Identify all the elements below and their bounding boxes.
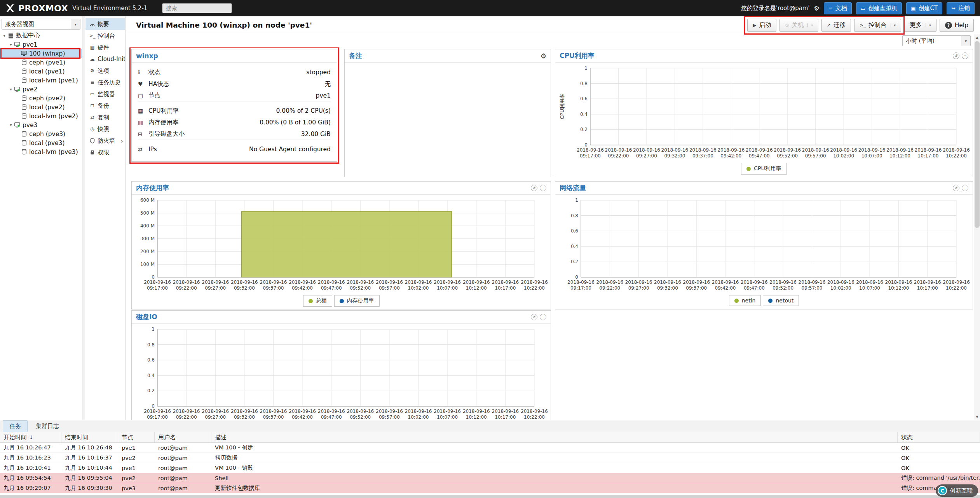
- task-row[interactable]: 九月 16 10:16:23九月 16 10:16:37pve2root@pam…: [0, 453, 980, 463]
- chart-refresh-icon[interactable]: ↺: [531, 314, 537, 320]
- tree-item-ceph-pve2[interactable]: ceph (pve2): [0, 94, 82, 103]
- svg-text:0.4: 0.4: [580, 112, 588, 117]
- svg-text:0.4: 0.4: [147, 373, 155, 378]
- cell-start-time: 九月 16 10:16:23: [0, 454, 61, 461]
- column-end-time[interactable]: 结束时间: [61, 432, 118, 442]
- tab-options[interactable]: ⚙选项: [85, 65, 125, 77]
- search-input[interactable]: [162, 3, 232, 13]
- tab-task-history[interactable]: ≡任务历史: [85, 77, 125, 88]
- create-ct-button[interactable]: ▣ 创建CT: [906, 2, 942, 14]
- tasks-table-body: 九月 16 10:26:47九月 16 10:26:48pve1root@pam…: [0, 443, 980, 493]
- scroll-up-icon[interactable]: ▲: [974, 34, 980, 40]
- notes-body[interactable]: [345, 63, 551, 177]
- sidebar-splitter[interactable]: [82, 16, 85, 420]
- chart-expand-icon[interactable]: +: [540, 314, 546, 320]
- tab-console[interactable]: >_控制台: [85, 30, 125, 42]
- tree-item-ceph-pve1[interactable]: ceph (pve1): [0, 58, 82, 67]
- view-selector[interactable]: 服务器视图 ▾: [2, 19, 80, 30]
- page-title: Virtual Machine 100 (winxp) on node 'pve…: [136, 21, 312, 29]
- column-username[interactable]: 用户名: [155, 432, 211, 442]
- task-row[interactable]: 九月 16 09:29:07九月 16 09:30:30pve3root@pam…: [0, 483, 980, 493]
- tree-item-pve1[interactable]: ▾pve1: [0, 40, 82, 49]
- caret-down-icon[interactable]: ▾: [71, 19, 80, 29]
- tree-item-pve2[interactable]: ▾pve2: [0, 85, 82, 94]
- time-range-selector[interactable]: 小时 (平均) ▾: [902, 35, 971, 46]
- legend-item[interactable]: 内存使用率: [334, 295, 380, 307]
- tab-cluster-log[interactable]: 集群日志: [29, 420, 66, 432]
- tab-monitor[interactable]: ▭监视器: [85, 88, 125, 100]
- tab-hardware[interactable]: ▦硬件: [85, 42, 125, 53]
- svg-text:10:02:00: 10:02:00: [830, 285, 851, 291]
- tab-permissions[interactable]: 权限: [85, 147, 125, 158]
- legend-item[interactable]: 总额: [303, 295, 332, 307]
- legend-item[interactable]: netout: [763, 295, 799, 306]
- menu-label: 选项: [98, 67, 109, 75]
- tab-backup[interactable]: ⊟备份: [85, 100, 125, 112]
- expand-caret-icon[interactable]: ▾: [8, 87, 14, 91]
- svg-text:09:57:00: 09:57:00: [805, 153, 826, 159]
- tab-cloud-init[interactable]: ☁Cloud-Init: [85, 53, 125, 65]
- shutdown-button[interactable]: ⊙关机▾: [779, 19, 818, 32]
- expand-caret-icon[interactable]: ▾: [8, 42, 14, 47]
- chart-expand-icon[interactable]: +: [540, 185, 546, 191]
- cell-description: Shell: [211, 475, 898, 481]
- svg-text:2018-09-16: 2018-09-16: [943, 147, 970, 153]
- tree-item-local-pve2[interactable]: local (pve2): [0, 103, 82, 112]
- tree-item-label: 100 (winxp): [29, 50, 65, 57]
- tree-item-datacenter[interactable]: ▾数据中心: [0, 31, 82, 40]
- task-row[interactable]: 九月 16 10:10:41九月 16 10:10:44pve1root@pam…: [0, 463, 980, 473]
- scrollbar-thumb[interactable]: [975, 41, 980, 228]
- expand-caret-icon[interactable]: ▾: [2, 33, 7, 38]
- more-button[interactable]: 更多▾: [904, 19, 936, 32]
- console-icon: >_: [88, 33, 96, 38]
- logout-button[interactable]: ↪ 注销: [947, 2, 975, 14]
- migrate-button[interactable]: ↗迁移: [821, 19, 851, 32]
- legend-item[interactable]: netin: [729, 295, 761, 306]
- svg-text:200 M: 200 M: [140, 249, 155, 254]
- cell-description: VM 100 - 创建: [211, 444, 898, 451]
- scroll-down-icon[interactable]: ▼: [974, 414, 980, 420]
- documentation-button[interactable]: ≣ 文档: [824, 2, 852, 14]
- status-value: stopped: [306, 69, 331, 76]
- tab-replication[interactable]: ⇄复制: [85, 112, 125, 123]
- chart-refresh-icon[interactable]: ↺: [953, 185, 959, 191]
- svg-text:2018-09-16: 2018-09-16: [886, 147, 914, 153]
- legend-item[interactable]: CPU利用率: [741, 163, 786, 175]
- user-settings-gear-icon[interactable]: ⚙: [814, 5, 820, 12]
- tree-item-local-pve3[interactable]: local (pve3): [0, 138, 82, 147]
- tab-summary[interactable]: 概要: [85, 18, 125, 30]
- vertical-scrollbar[interactable]: ▲ ▼: [974, 34, 980, 420]
- task-row[interactable]: 九月 16 09:54:54九月 16 09:55:04pve2root@pam…: [0, 473, 980, 483]
- chart-refresh-icon[interactable]: ↺: [953, 52, 959, 59]
- column-start-time[interactable]: 开始时间↓: [0, 432, 61, 442]
- tree-item-local-pve1[interactable]: local (pve1): [0, 67, 82, 76]
- column-description[interactable]: 描述: [211, 432, 898, 442]
- console-button[interactable]: >_控制台▾: [854, 19, 901, 32]
- svg-text:10:07:00: 10:07:00: [861, 153, 882, 159]
- column-node[interactable]: 节点: [118, 432, 155, 442]
- tab-snapshots[interactable]: ◷快照: [85, 123, 125, 135]
- tab-tasks[interactable]: 任务: [3, 420, 28, 432]
- svg-text:0.8: 0.8: [580, 81, 588, 86]
- task-row[interactable]: 九月 16 10:26:47九月 16 10:26:48pve1root@pam…: [0, 443, 980, 453]
- tab-firewall[interactable]: 防火墙›: [85, 135, 125, 147]
- caret-down-icon[interactable]: ▾: [961, 36, 970, 46]
- tree-item-local-lvm-pve1[interactable]: local-lvm (pve1): [0, 76, 82, 85]
- site-watermark: C 创新互联: [936, 484, 978, 497]
- chart-expand-icon[interactable]: +: [962, 52, 968, 59]
- tree-item-ceph-pve3[interactable]: ceph (pve3): [0, 129, 82, 138]
- start-button[interactable]: ▶启动: [747, 19, 776, 32]
- create-vm-button[interactable]: ▭ 创建虚拟机: [856, 2, 902, 14]
- chart-expand-icon[interactable]: +: [962, 185, 968, 191]
- chart-refresh-icon[interactable]: ↺: [531, 185, 537, 191]
- svg-text:2018-09-16: 2018-09-16: [463, 280, 490, 285]
- tree-item-pve3[interactable]: ▾pve3: [0, 121, 82, 129]
- tree-item-local-lvm-pve2[interactable]: local-lvm (pve2): [0, 112, 82, 121]
- notes-edit-gear-icon[interactable]: ⚙: [541, 52, 546, 60]
- tree-item-local-lvm-pve3[interactable]: local-lvm (pve3): [0, 147, 82, 156]
- expand-caret-icon[interactable]: ▾: [8, 123, 14, 127]
- tree-item-vm-100[interactable]: 100 (winxp): [0, 49, 82, 58]
- svg-text:2018-09-16: 2018-09-16: [689, 147, 717, 153]
- column-status[interactable]: 状态: [898, 432, 980, 442]
- help-button[interactable]: ?Help: [940, 19, 974, 32]
